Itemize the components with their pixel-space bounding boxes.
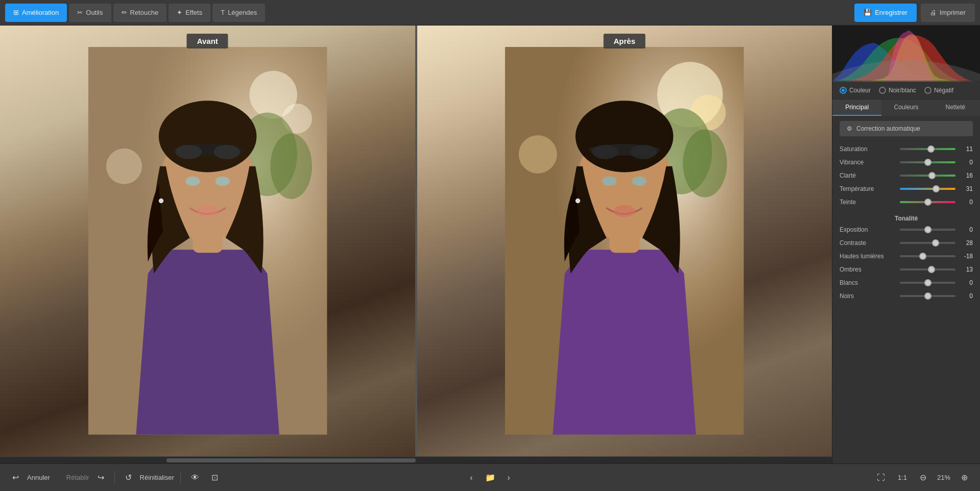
saturation-row: Saturation 11 [840,144,973,154]
clarte-track-container[interactable] [900,171,955,180]
vibrance-row: Vibrance 0 [840,158,973,167]
tab-principal-label: Principal [845,104,869,111]
noirs-track-container[interactable] [900,291,955,301]
histogram-svg [832,26,980,82]
tab-amelioration[interactable]: ⊞ Amélioration [5,4,67,22]
svg-point-26 [592,145,618,159]
panel-tabs: Principal Couleurs Netteté [832,100,980,116]
eye-button[interactable]: 👁 [187,470,203,485]
radio-couleur[interactable]: Couleur [840,87,871,94]
clarte-thumb[interactable] [928,172,936,179]
amelioration-icon: ⊞ [13,9,19,16]
zoom-in-icon: ⊕ [961,473,968,482]
svg-point-25 [576,101,674,172]
hautes-lumieres-thumb[interactable] [919,253,926,260]
radio-noir-blanc[interactable]: Noir/blanc [879,87,916,94]
next-button[interactable]: › [504,470,514,485]
ombres-thumb[interactable] [928,266,935,273]
fit-screen-button[interactable]: ⛶ [873,470,889,485]
svg-point-12 [185,177,200,186]
ombres-track-container[interactable] [900,265,955,274]
radio-negatif[interactable]: Négatif [924,87,953,94]
tab-principal[interactable]: Principal [832,100,881,116]
bottom-center: ‹ 📁 › [466,470,514,485]
teinte-track-container[interactable] [900,198,955,207]
temperature-track-container[interactable] [900,184,955,193]
tabs-left: ⊞ Amélioration ✂ Outils ✏ Retouche ✦ Eff… [5,4,852,22]
saturation-track-container[interactable] [900,144,955,154]
saturation-track [900,148,955,150]
saturation-thumb[interactable] [927,145,935,153]
hautes-lumieres-track-container[interactable] [900,252,955,261]
right-panel: Couleur Noir/blanc Négatif Principal Cou… [832,26,980,463]
radio-noir-blanc-label: Noir/blanc [889,87,916,94]
after-photo [417,26,832,456]
noirs-row: Noirs 0 [840,291,973,301]
tab-outils[interactable]: ✂ Outils [69,4,111,22]
undo-icon: ↩ [12,473,19,482]
contraste-thumb[interactable] [932,239,939,247]
h-scrollbar-thumb[interactable] [166,458,416,462]
temperature-value: 31 [960,185,973,192]
blancs-thumb[interactable] [924,279,931,286]
exposition-track-container[interactable] [900,225,955,234]
contraste-track [900,242,955,244]
retablir-label: Rétablir [66,474,89,481]
svg-point-29 [632,177,647,186]
exposition-label: Exposition [840,226,896,233]
blancs-track-container[interactable] [900,278,955,287]
color-mode-row: Couleur Noir/blanc Négatif [832,82,980,100]
retablir-button[interactable]: ↪ [93,470,108,485]
hautes-lumieres-row: Hautes lumières -18 [840,252,973,261]
noirs-label: Noirs [840,292,896,300]
tab-retouche[interactable]: ✏ Retouche [113,4,167,22]
prev-button[interactable]: ‹ [466,470,476,485]
exposition-track [900,229,955,231]
temperature-label: Température [840,185,896,192]
crop-button[interactable]: ⊡ [207,470,222,485]
annuler-label: Annuler [27,474,50,481]
print-icon: 🖨 [930,9,937,16]
tab-couleurs-label: Couleurs [894,104,918,111]
teinte-thumb[interactable] [924,199,931,206]
zoom-out-button[interactable]: ⊖ [916,470,930,485]
print-button[interactable]: 🖨 Imprimer [921,4,975,22]
h-scrollbar[interactable] [0,456,832,463]
bottom-bar: ↩ Annuler Rétablir ↪ ↺ Réinitialiser 👁 ⊡… [0,463,980,491]
separator-2 [180,472,181,484]
vibrance-track-container[interactable] [900,158,955,167]
vibrance-label: Vibrance [840,159,896,166]
clarte-value: 16 [960,172,973,179]
reinitialiser-button[interactable]: ↺ [121,470,136,485]
svg-point-27 [630,145,656,159]
separator-1 [114,472,115,484]
hautes-lumieres-track [900,255,955,257]
clarte-row: Clarté 16 [840,171,973,180]
tab-legendes[interactable]: T Légendes [212,4,265,22]
contraste-track-container[interactable] [900,238,955,248]
clarte-label: Clarté [840,172,896,179]
annuler-button[interactable]: ↩ [8,470,23,485]
after-photo-svg [438,47,811,435]
tab-effets[interactable]: ✦ Effets [169,4,210,22]
photo-container: Avant [0,26,832,456]
svg-point-10 [175,145,201,159]
teinte-value: 0 [960,199,973,206]
chevron-left-icon: ‹ [470,473,472,482]
histogram-area [832,26,980,82]
tonalite-section-title: Tonalité [840,211,973,225]
folder-icon: 📁 [485,473,495,482]
radio-noir-blanc-dot [879,87,886,94]
tab-nettete-label: Netteté [945,104,965,111]
tab-couleurs[interactable]: Couleurs [881,100,930,116]
noirs-thumb[interactable] [924,292,931,300]
exposition-thumb[interactable] [924,226,931,233]
zoom-in-button[interactable]: ⊕ [957,470,972,485]
save-button[interactable]: 💾 Enregistrer [854,4,917,22]
folder-button[interactable]: 📁 [481,470,499,485]
vibrance-thumb[interactable] [924,159,931,166]
auto-correction-button[interactable]: ⚙ Correction automatique [840,121,973,136]
tab-nettete[interactable]: Netteté [931,100,980,116]
temperature-thumb[interactable] [933,185,940,192]
temperature-row: Température 31 [840,184,973,193]
